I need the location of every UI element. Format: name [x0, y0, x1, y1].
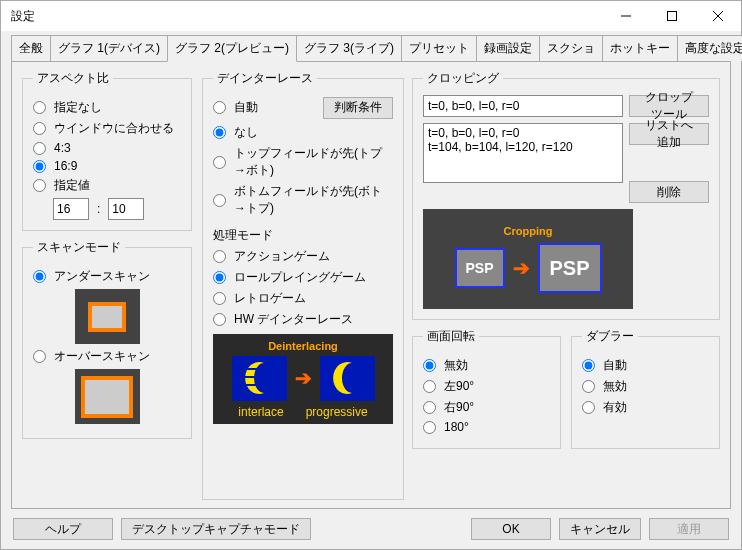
ok-button[interactable]: OK [471, 518, 551, 540]
aspect-w-input[interactable] [53, 198, 89, 220]
titlebar: 設定 [1, 1, 741, 31]
psp-small-icon: PSP [455, 248, 505, 288]
aspect-custom[interactable]: 指定値 [33, 177, 181, 194]
window-controls [603, 1, 741, 31]
tab-panel: アスペクト比 指定なし ウインドウに合わせる 4:3 16:9 指定値 : スキ… [11, 61, 731, 509]
doubler-auto[interactable]: 自動 [582, 357, 709, 374]
apply-button[interactable]: 適用 [649, 518, 729, 540]
interlace-icon [232, 356, 287, 401]
rotate-left90[interactable]: 左90° [423, 378, 550, 395]
desktop-capture-button[interactable]: デスクトップキャプチャモード [121, 518, 311, 540]
aspect-window[interactable]: ウインドウに合わせる [33, 120, 181, 137]
aspect-sep: : [97, 202, 100, 216]
cropping-group: クロッピング クロップツール t=0, b=0, l=0, r=0 t=104,… [412, 70, 720, 320]
aspect-none[interactable]: 指定なし [33, 99, 181, 116]
maximize-button[interactable] [649, 1, 695, 31]
aspect-169[interactable]: 16:9 [33, 159, 181, 173]
crop-input[interactable] [423, 95, 623, 117]
rotate-group: 画面回転 無効 左90° 右90° 180° [412, 328, 561, 449]
rotate-legend: 画面回転 [423, 328, 479, 345]
help-button[interactable]: ヘルプ [13, 518, 113, 540]
tab-record[interactable]: 録画設定 [476, 35, 540, 61]
scanmode-group: スキャンモード アンダースキャン オーバースキャン [22, 239, 192, 439]
tab-hotkey[interactable]: ホットキー [602, 35, 678, 61]
underscan-icon [75, 289, 140, 344]
deint-none[interactable]: なし [213, 124, 393, 141]
crop-legend: クロッピング [423, 70, 503, 87]
tab-graph2[interactable]: グラフ 2(プレビュー) [167, 35, 297, 62]
arrow-icon: ➔ [513, 256, 530, 280]
scan-legend: スキャンモード [33, 239, 125, 256]
doubler-legend: ダブラー [582, 328, 638, 345]
cancel-button[interactable]: キャンセル [559, 518, 641, 540]
tab-bar: 全般 グラフ 1(デバイス) グラフ 2(プレビュー) グラフ 3(ライブ) プ… [1, 31, 741, 61]
underscan[interactable]: アンダースキャン [33, 268, 181, 285]
judge-button[interactable]: 判断条件 [323, 97, 393, 119]
deinterlace-image: Deinterlacing ➔ interlace progressive [213, 334, 393, 424]
minimize-button[interactable] [603, 1, 649, 31]
rotate-right90[interactable]: 右90° [423, 399, 550, 416]
deint-tff[interactable]: トップフィールドが先(トプ→ボト) [213, 145, 393, 179]
deint-legend: デインターレース [213, 70, 317, 87]
aspect-43[interactable]: 4:3 [33, 141, 181, 155]
psp-large-icon: PSP [538, 243, 602, 293]
progressive-icon [320, 356, 375, 401]
tab-general[interactable]: 全般 [11, 35, 51, 61]
tab-screenshot[interactable]: スクショ [539, 35, 603, 61]
tab-graph3[interactable]: グラフ 3(ライブ) [296, 35, 402, 61]
deint-auto[interactable]: 自動 [213, 99, 313, 116]
tab-preset[interactable]: プリセット [401, 35, 477, 61]
aspect-group: アスペクト比 指定なし ウインドウに合わせる 4:3 16:9 指定値 : [22, 70, 192, 231]
aspect-h-input[interactable] [108, 198, 144, 220]
overscan[interactable]: オーバースキャン [33, 348, 181, 365]
deint-bff[interactable]: ボトムフィールドが先(ボト→トプ) [213, 183, 393, 217]
tab-graph1[interactable]: グラフ 1(デバイス) [50, 35, 168, 61]
doubler-on[interactable]: 有効 [582, 399, 709, 416]
tab-advanced[interactable]: 高度な設定 [677, 35, 742, 61]
rotate-none[interactable]: 無効 [423, 357, 550, 374]
doubler-off[interactable]: 無効 [582, 378, 709, 395]
overscan-icon [75, 369, 140, 424]
doubler-group: ダブラー 自動 無効 有効 [571, 328, 720, 449]
close-button[interactable] [695, 1, 741, 31]
arrow-icon: ➔ [295, 366, 312, 390]
deinterlace-group: デインターレース 自動 判断条件 なし トップフィールドが先(トプ→ボト) ボト… [202, 70, 404, 500]
rotate-180[interactable]: 180° [423, 420, 550, 434]
processing-mode-label: 処理モード [213, 227, 393, 244]
crop-tool-button[interactable]: クロップツール [629, 95, 709, 117]
mode-rpg[interactable]: ロールプレイングゲーム [213, 269, 393, 286]
mode-hw[interactable]: HW デインターレース [213, 311, 393, 328]
aspect-legend: アスペクト比 [33, 70, 113, 87]
footer: ヘルプ デスクトップキャプチャモード OK キャンセル 適用 [1, 509, 741, 549]
crop-add-button[interactable]: リストへ追加 [629, 123, 709, 145]
cropping-image: Cropping PSP ➔ PSP [423, 209, 633, 309]
window-title: 設定 [11, 8, 603, 25]
settings-window: 設定 全般 グラフ 1(デバイス) グラフ 2(プレビュー) グラフ 3(ライブ… [0, 0, 742, 550]
crop-list[interactable]: t=0, b=0, l=0, r=0 t=104, b=104, l=120, … [423, 123, 623, 183]
mode-retro[interactable]: レトロゲーム [213, 290, 393, 307]
mode-action[interactable]: アクションゲーム [213, 248, 393, 265]
crop-delete-button[interactable]: 削除 [629, 181, 709, 203]
svg-rect-1 [668, 12, 677, 21]
